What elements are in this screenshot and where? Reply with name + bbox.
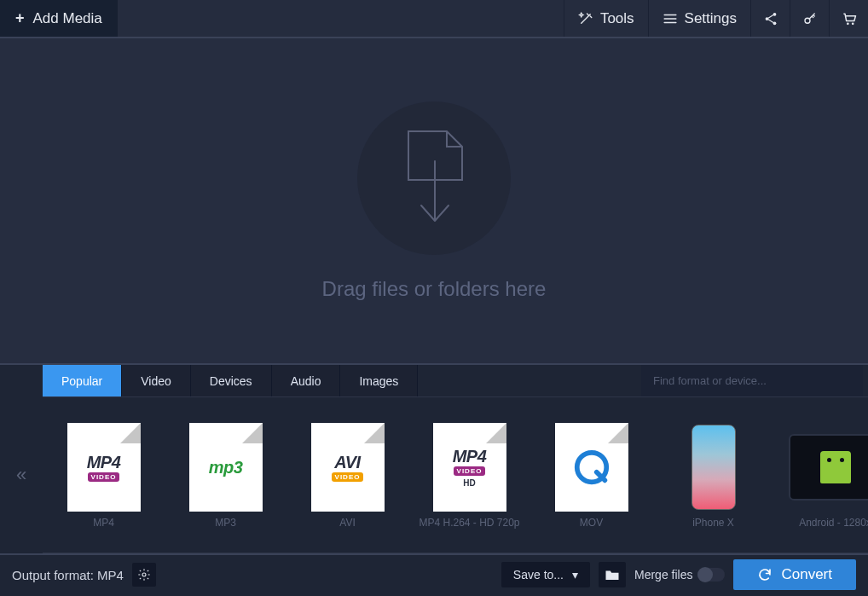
merge-files-toggle[interactable]: Merge files — [634, 568, 725, 582]
format-card[interactable]: Android - 1280x — [774, 402, 868, 549]
save-to-label: Save to... — [513, 568, 564, 582]
tablet-icon — [789, 434, 869, 501]
tab-video[interactable]: Video — [122, 365, 191, 396]
format-label: iPhone X — [692, 517, 734, 529]
svg-point-4 — [847, 22, 849, 25]
file-icon: MP4VIDEO — [67, 423, 141, 512]
cart-button[interactable] — [829, 0, 868, 37]
format-badge: mp3 — [209, 459, 243, 476]
tab-audio[interactable]: Audio — [272, 365, 341, 396]
format-card[interactable]: MP4VIDEOMP4 — [43, 402, 165, 549]
search-input[interactable]: Find format or device... — [641, 365, 863, 396]
gear-icon — [137, 568, 151, 582]
format-label: MP4 H.264 - HD 720p — [419, 517, 519, 529]
output-settings-button[interactable] — [132, 563, 156, 587]
search-placeholder: Find format or device... — [653, 374, 767, 387]
format-card[interactable]: AVIVIDEOAVI — [286, 402, 408, 549]
format-card[interactable]: mp3MP3 — [165, 402, 286, 549]
refresh-icon — [757, 567, 773, 582]
share-icon — [763, 11, 778, 26]
format-label: AVI — [339, 517, 355, 529]
tab-devices[interactable]: Devices — [191, 365, 272, 396]
key-button[interactable] — [790, 0, 829, 37]
chevron-left-icon: « — [16, 464, 26, 486]
format-label: MOV — [580, 517, 603, 529]
hd-badge: HD — [463, 478, 475, 488]
format-badge: MP4 — [87, 454, 121, 471]
drop-text: Drag files or folders here — [322, 277, 547, 301]
tab-images[interactable]: Images — [340, 365, 418, 396]
file-icon: MP4VIDEOHD — [433, 423, 506, 512]
share-button[interactable] — [750, 0, 790, 37]
cart-icon — [841, 10, 858, 27]
svg-point-5 — [851, 22, 854, 25]
format-tabs: Popular Video Devices Audio Images Find … — [43, 365, 868, 396]
file-icon: AVIVIDEO — [311, 423, 385, 512]
add-media-label: Add Media — [33, 10, 102, 27]
settings-label: Settings — [685, 10, 737, 27]
chevron-down-icon: ▾ — [572, 568, 578, 582]
android-icon — [820, 451, 851, 483]
settings-button[interactable]: Settings — [648, 0, 750, 37]
add-media-button[interactable]: + Add Media — [0, 0, 118, 37]
format-label: MP3 — [215, 517, 236, 529]
file-download-icon — [396, 127, 472, 229]
toggle-off-icon — [697, 568, 725, 582]
merge-label: Merge files — [634, 568, 692, 582]
svg-point-7 — [142, 573, 146, 576]
save-to-button[interactable]: Save to... ▾ — [501, 562, 590, 587]
format-label: Android - 1280x — [799, 517, 868, 529]
format-card[interactable]: MP4VIDEOHDMP4 H.264 - HD 720p — [408, 402, 530, 549]
format-badge: MP4 — [453, 448, 487, 465]
tools-button[interactable]: Tools — [564, 0, 648, 37]
convert-button[interactable]: Convert — [733, 559, 856, 590]
format-sub-badge: VIDEO — [332, 472, 364, 482]
format-label: MP4 — [93, 517, 114, 529]
magic-wand-icon — [578, 11, 593, 26]
convert-label: Convert — [781, 566, 832, 583]
tools-label: Tools — [600, 10, 634, 27]
format-strip: « MP4VIDEOMP4mp3MP3AVIVIDEOAVIMP4VIDEOHD… — [0, 396, 868, 555]
format-badge: AVI — [334, 454, 360, 471]
folder-icon — [605, 568, 620, 582]
top-bar: + Add Media Tools Settings — [0, 0, 868, 38]
quicktime-icon — [572, 448, 611, 487]
drop-zone[interactable]: Drag files or folders here — [0, 38, 868, 365]
file-icon — [555, 423, 628, 512]
format-card[interactable]: iPhone X — [652, 402, 774, 549]
drop-circle — [357, 101, 511, 255]
file-icon: mp3 — [189, 423, 263, 512]
format-card[interactable]: MOV — [530, 402, 652, 549]
hamburger-icon — [663, 11, 678, 26]
tab-popular[interactable]: Popular — [43, 365, 122, 396]
phone-icon — [692, 425, 736, 510]
plus-icon: + — [15, 9, 25, 27]
output-format-label: Output format: MP4 — [12, 568, 124, 582]
bottom-bar: Output format: MP4 Save to... ▾ Merge fi… — [0, 555, 868, 594]
scroll-left-button[interactable]: « — [0, 396, 43, 553]
key-icon — [802, 11, 818, 26]
format-sub-badge: VIDEO — [454, 466, 486, 476]
open-folder-button[interactable] — [599, 562, 626, 587]
format-sub-badge: VIDEO — [88, 472, 120, 482]
